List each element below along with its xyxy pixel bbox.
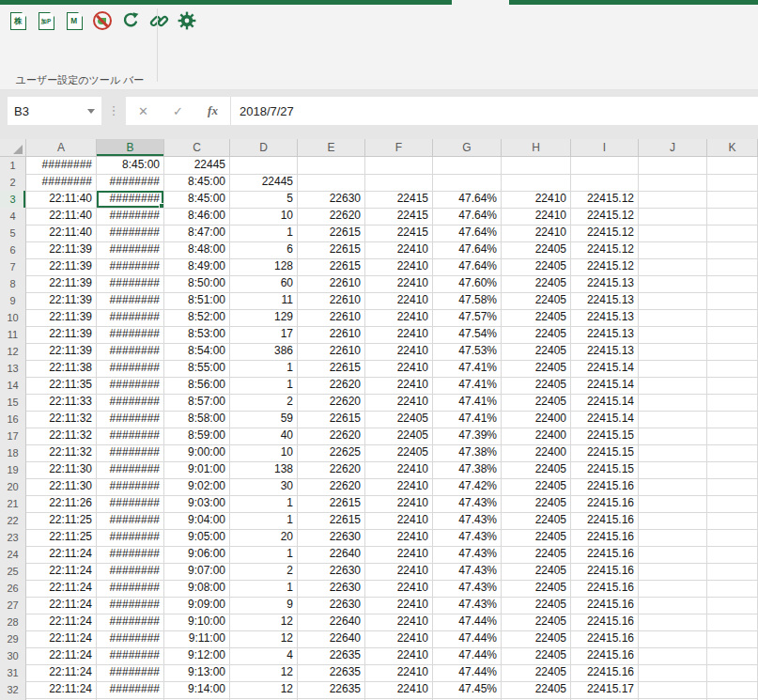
cell-C20[interactable]: 9:02:00 bbox=[164, 478, 230, 496]
cell-H11[interactable]: 22405 bbox=[502, 326, 571, 344]
cell-C32[interactable]: 9:14:00 bbox=[164, 681, 230, 699]
cell-F7[interactable]: 22410 bbox=[365, 258, 433, 276]
cell-I11[interactable]: 22415.13 bbox=[571, 326, 639, 344]
cell-B22[interactable]: ######## bbox=[97, 512, 164, 530]
cell-J6[interactable] bbox=[639, 241, 707, 259]
cell-A9[interactable]: 22:11:39 bbox=[26, 292, 97, 310]
cell-B19[interactable]: ######## bbox=[97, 461, 164, 479]
cell-I16[interactable]: 22415.14 bbox=[571, 411, 639, 428]
cell-D14[interactable]: 1 bbox=[230, 377, 298, 395]
cell-K21[interactable] bbox=[707, 495, 758, 513]
cell-E17[interactable]: 22620 bbox=[298, 428, 365, 445]
cell-J32[interactable] bbox=[639, 681, 707, 699]
row-header-20[interactable]: 20 bbox=[0, 478, 26, 496]
cell-E6[interactable]: 22615 bbox=[298, 241, 365, 259]
cell-F17[interactable]: 22405 bbox=[365, 428, 433, 445]
cell-B12[interactable]: ######## bbox=[97, 343, 164, 361]
cell-D1[interactable] bbox=[230, 157, 298, 175]
row-header-9[interactable]: 9 bbox=[0, 292, 26, 310]
cell-I13[interactable]: 22415.14 bbox=[571, 360, 639, 378]
row-header-13[interactable]: 13 bbox=[0, 360, 26, 378]
cell-H28[interactable]: 22405 bbox=[502, 614, 571, 631]
kap-document-button[interactable]: 加P bbox=[35, 9, 57, 32]
cell-K12[interactable] bbox=[707, 343, 758, 361]
cell-E28[interactable]: 22640 bbox=[298, 614, 365, 631]
cell-F32[interactable]: 22410 bbox=[365, 681, 433, 699]
cell-F18[interactable]: 22405 bbox=[365, 444, 433, 462]
cell-H5[interactable]: 22410 bbox=[502, 225, 571, 242]
cell-H15[interactable]: 22405 bbox=[502, 394, 571, 412]
row-header-24[interactable]: 24 bbox=[0, 546, 26, 564]
cell-A12[interactable]: 22:11:39 bbox=[26, 343, 97, 361]
cell-H16[interactable]: 22400 bbox=[502, 411, 571, 428]
block-button[interactable] bbox=[91, 9, 114, 32]
cell-A23[interactable]: 22:11:25 bbox=[26, 529, 97, 547]
cell-B13[interactable]: ######## bbox=[97, 360, 164, 378]
row-header-14[interactable]: 14 bbox=[0, 377, 26, 395]
cell-A29[interactable]: 22:11:24 bbox=[26, 630, 97, 648]
cell-K24[interactable] bbox=[707, 546, 758, 564]
cell-I21[interactable]: 22415.16 bbox=[571, 495, 639, 513]
cell-K17[interactable] bbox=[707, 428, 758, 445]
cell-G23[interactable]: 47.43% bbox=[433, 529, 502, 547]
cell-F5[interactable]: 22415 bbox=[365, 225, 433, 242]
cell-F26[interactable]: 22410 bbox=[365, 580, 433, 598]
cell-K31[interactable] bbox=[707, 664, 758, 682]
cell-B29[interactable]: ######## bbox=[97, 630, 164, 648]
cell-J24[interactable] bbox=[639, 546, 707, 564]
cell-D27[interactable]: 9 bbox=[230, 597, 298, 614]
cell-A32[interactable]: 22:11:24 bbox=[26, 681, 97, 699]
cell-D30[interactable]: 4 bbox=[230, 647, 298, 665]
cell-H4[interactable]: 22410 bbox=[502, 208, 571, 226]
name-box-dropdown-icon[interactable] bbox=[87, 109, 95, 114]
row-header-17[interactable]: 17 bbox=[0, 428, 26, 445]
cell-K5[interactable] bbox=[707, 225, 758, 242]
cell-B17[interactable]: ######## bbox=[97, 428, 164, 445]
cell-J8[interactable] bbox=[639, 275, 707, 293]
cell-A28[interactable]: 22:11:24 bbox=[26, 614, 97, 631]
cell-F29[interactable]: 22410 bbox=[365, 630, 433, 648]
cell-E20[interactable]: 22620 bbox=[298, 478, 365, 496]
cell-F2[interactable] bbox=[365, 174, 433, 192]
cell-C5[interactable]: 8:47:00 bbox=[164, 225, 230, 242]
cell-C7[interactable]: 8:49:00 bbox=[164, 258, 230, 276]
cell-D22[interactable]: 1 bbox=[230, 512, 298, 530]
cell-G12[interactable]: 47.53% bbox=[433, 343, 502, 361]
cell-D15[interactable]: 2 bbox=[230, 394, 298, 412]
cell-D8[interactable]: 60 bbox=[230, 275, 298, 293]
column-header-E[interactable]: E bbox=[298, 139, 365, 157]
cell-I24[interactable]: 22415.16 bbox=[571, 546, 639, 564]
cell-C11[interactable]: 8:53:00 bbox=[164, 326, 230, 344]
cell-B5[interactable]: ######## bbox=[97, 225, 164, 242]
cell-I19[interactable]: 22415.15 bbox=[571, 461, 639, 479]
cell-A11[interactable]: 22:11:39 bbox=[26, 326, 97, 344]
cell-D7[interactable]: 128 bbox=[230, 258, 298, 276]
cell-I4[interactable]: 22415.12 bbox=[571, 208, 639, 226]
row-header-3[interactable]: 3 bbox=[0, 191, 26, 209]
cell-I25[interactable]: 22415.16 bbox=[571, 563, 639, 581]
row-header-30[interactable]: 30 bbox=[0, 647, 26, 665]
row-header-18[interactable]: 18 bbox=[0, 444, 26, 462]
cell-H3[interactable]: 22410 bbox=[502, 191, 571, 209]
cell-H23[interactable]: 22405 bbox=[502, 529, 571, 547]
column-header-I[interactable]: I bbox=[571, 139, 639, 157]
cell-D28[interactable]: 12 bbox=[230, 614, 298, 631]
cell-B23[interactable]: ######## bbox=[97, 529, 164, 547]
cell-K25[interactable] bbox=[707, 563, 758, 581]
cell-A24[interactable]: 22:11:24 bbox=[26, 546, 97, 564]
cell-B26[interactable]: ######## bbox=[97, 580, 164, 598]
cell-B10[interactable]: ######## bbox=[97, 309, 164, 327]
cell-D26[interactable]: 1 bbox=[230, 580, 298, 598]
row-header-29[interactable]: 29 bbox=[0, 630, 26, 648]
cell-C25[interactable]: 9:07:00 bbox=[164, 563, 230, 581]
cell-A30[interactable]: 22:11:24 bbox=[26, 647, 97, 665]
cell-E16[interactable]: 22615 bbox=[298, 411, 365, 428]
cell-C21[interactable]: 9:03:00 bbox=[164, 495, 230, 513]
cell-H22[interactable]: 22405 bbox=[502, 512, 571, 530]
cell-K19[interactable] bbox=[707, 461, 758, 479]
cell-E1[interactable] bbox=[298, 157, 365, 175]
cell-C6[interactable]: 8:48:00 bbox=[164, 241, 230, 259]
cell-B6[interactable]: ######## bbox=[97, 241, 164, 259]
cell-H6[interactable]: 22405 bbox=[502, 241, 571, 259]
cell-E19[interactable]: 22620 bbox=[298, 461, 365, 479]
